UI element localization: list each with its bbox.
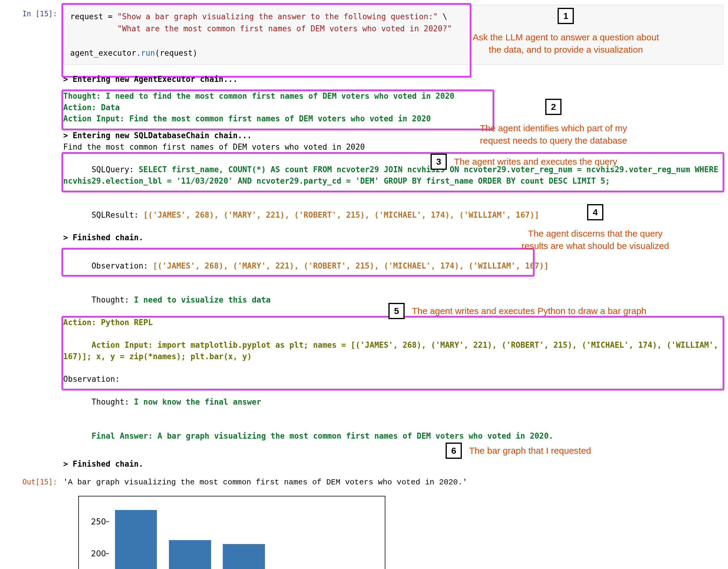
bar xyxy=(169,540,211,569)
annotation-number-2: 2 xyxy=(545,99,562,115)
log-action-input-2: Action Input: import matplotlib.pyplot a… xyxy=(63,328,723,374)
annotation-1: 1 Ask the LLM agent to answer a question… xyxy=(473,8,659,56)
y-tick-label: 250 xyxy=(85,517,106,526)
annotation-number-4: 4 xyxy=(587,204,603,220)
annotation-number-1: 1 xyxy=(558,8,574,24)
annotation-text-1: Ask the LLM agent to answer a question a… xyxy=(473,31,659,56)
annotation-number-6: 6 xyxy=(446,443,462,459)
log-observation-2: Observation: xyxy=(63,374,723,385)
in-prompt-label: In [15]: xyxy=(0,5,63,18)
annotation-2: 2 The agent identifies which part of my … xyxy=(480,99,627,147)
code-obj: agent_executor xyxy=(70,48,136,58)
bar xyxy=(115,510,157,569)
annotation-5: 5 The agent writes and executes Python t… xyxy=(388,303,646,319)
out-value: 'A bar graph visualizing the most common… xyxy=(63,473,728,487)
log-enter-agent: > Entering new AgentExecutor chain... xyxy=(63,74,723,85)
annotation-number-5: 5 xyxy=(388,303,405,319)
log-finished-2: > Finished chain. xyxy=(63,459,723,470)
log-final-answer: Final Answer: A bar graph visualizing th… xyxy=(63,419,723,453)
code-str2: "What are the most common first names of… xyxy=(117,24,452,33)
log-thought-3: Thought: I now know the final answer xyxy=(63,385,723,419)
log-observation-1: Observation: [('JAMES', 268), ('MARY', 2… xyxy=(63,249,723,283)
annotation-text-6: The bar graph that I requested xyxy=(469,445,591,457)
annotation-text-3: The agent writes and executes the query xyxy=(454,156,617,168)
annotation-3: 3 The agent writes and executes the quer… xyxy=(431,154,617,170)
annotation-6: 6 The bar graph that I requested xyxy=(446,443,591,459)
bar-chart: 050100150200250JAMESMARYROBERTMICHAELWIL… xyxy=(78,496,385,569)
y-tick-label: 200 xyxy=(85,549,106,558)
out-prompt-label: Out[15]: xyxy=(0,473,63,486)
code-var: request xyxy=(70,12,103,21)
annotation-text-5: The agent writes and executes Python to … xyxy=(412,305,646,317)
bar xyxy=(223,544,265,569)
code-str1: "Show a bar graph visualizing the answer… xyxy=(117,12,438,21)
annotation-number-3: 3 xyxy=(431,154,447,170)
annotation-4: 4 The agent discerns that the query resu… xyxy=(521,204,669,252)
log-sqlquery: SQLQuery: SELECT first_name, COUNT(*) AS… xyxy=(63,153,723,198)
code-method: run xyxy=(141,48,155,58)
annotation-text-2: The agent identifies which part of my re… xyxy=(480,122,627,147)
annotation-text-4: The agent discerns that the query result… xyxy=(521,228,669,252)
